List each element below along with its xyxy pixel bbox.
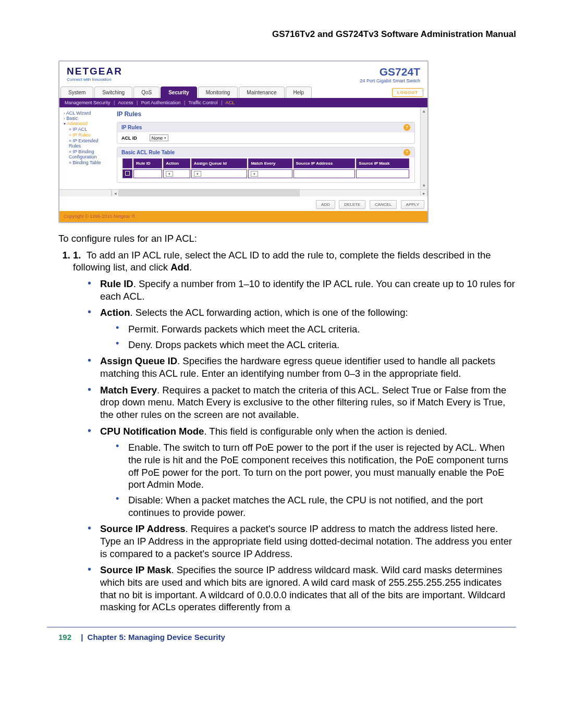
chevron-down-icon: ▾ [194,171,201,177]
box-header: Basic ACL Rule Table ? [117,147,414,157]
scroll-right-icon: ▸ [420,191,427,196]
page-title: IP Rules [117,110,415,118]
footer-rule [47,627,516,627]
copyright-text: Copyright © 1996-2010 Netgear ® [59,211,427,222]
col-action: Action [163,158,190,168]
chevron-down-icon: ▾ [164,136,166,140]
document-page: GS716Tv2 and GS724Tv3 Software Administr… [0,0,563,728]
chevron-down-icon: ▾ [251,171,258,177]
app-header: NETGEAR Connect with Innovation GS724T 2… [59,61,427,84]
nav-subitem-active[interactable]: » IP Rules [64,132,111,138]
select-value: None [152,135,163,141]
subnav-item[interactable]: Access [118,100,133,105]
tab-system[interactable]: System [60,87,93,98]
input-action[interactable]: ▾ [163,169,190,178]
box-body: ACL ID None ▾ [117,132,414,143]
box-header: IP Rules ? [117,122,414,132]
nav-item-advanced[interactable]: ▾ Advanced [64,121,111,126]
checkbox-cell[interactable] [123,169,132,178]
table-header-row: Rule ID Action Assign Queue Id Match Eve… [123,158,409,168]
tab-monitoring[interactable]: Monitoring [198,87,238,98]
nav-subitem[interactable]: » IP ACL [64,127,111,132]
subnav-item-active[interactable]: ACL [225,100,235,105]
step-1: 1. To add an IP ACL rule, select the ACL… [73,249,516,613]
cancel-button[interactable]: CANCEL [370,200,397,209]
tab-help[interactable]: Help [286,87,312,98]
scroll-down-icon: ▾ [421,183,427,188]
main-tabs: System Switching QoS Security Monitoring… [59,84,427,98]
product-sub: 24 Port Gigabit Smart Switch [360,78,420,83]
product-name: GS724T [360,66,420,78]
input-src-ip[interactable] [293,169,356,178]
chevron-down-icon: ▾ [166,171,173,177]
chevron-right-icon: › [64,111,65,116]
list-item: Deny. Drops packets which meet the ACL c… [114,339,516,351]
page-footer: 192 | Chapter 5: Managing Device Securit… [58,633,516,641]
input-src-mask[interactable] [356,169,409,178]
page-number: 192 [58,633,71,641]
subnav-item[interactable]: Traffic Control [189,100,218,105]
separator-icon: | [137,100,138,105]
acl-id-label: ACL ID [121,135,137,141]
chevron-down-icon: ▾ [64,121,66,126]
sub-nav: Management Security | Access | Port Auth… [59,98,427,107]
brand-block: NETGEAR Connect with Innovation [67,66,123,82]
acl-id-select[interactable]: None ▾ [150,134,169,141]
nav-item[interactable]: › Basic [64,116,111,121]
steps-list: 1. To add an IP ACL rule, select the ACL… [73,249,516,613]
list-item: Disable: When a packet matches the ACL r… [114,494,516,519]
chevron-right-icon: › [64,116,65,121]
vertical-scrollbar[interactable]: ▴ ▾ [420,107,427,189]
col-source-mask: Source IP Mask [356,158,409,168]
ip-rules-box: IP Rules ? ACL ID None ▾ [117,122,415,144]
list-item: Source IP Address. Requires a packet's s… [85,523,516,560]
main-pane: IP Rules IP Rules ? ACL ID None ▾ [112,107,420,189]
input-match[interactable]: ▾ [248,169,292,178]
tab-switching[interactable]: Switching [94,87,132,98]
input-rule-id[interactable] [133,169,162,178]
field-list: Rule ID. Specify a number from 1–10 to i… [85,278,516,613]
screenshot-container: NETGEAR Connect with Innovation GS724T 2… [58,60,429,223]
tab-security[interactable]: Security [161,87,197,98]
subnav-item[interactable]: Management Security [65,100,111,105]
scroll-left-icon: ◂ [112,191,119,196]
separator-icon: | [81,633,83,641]
list-item: Source IP Mask. Specifies the source IP … [85,564,516,613]
tab-qos[interactable]: QoS [133,87,160,98]
sub-list: Enable. The switch to turn off PoE power… [114,441,516,519]
nav-item[interactable]: › ACL Wizard [64,110,111,116]
list-item: Match Every. Requires a packet to match … [85,384,516,421]
tab-maintenance[interactable]: Maintenance [239,87,284,98]
list-item: Action. Selects the ACL forwarding actio… [85,306,516,351]
input-queue[interactable]: ▾ [191,169,248,178]
separator-icon: | [184,100,185,105]
scroll-thumb[interactable] [119,190,300,196]
subnav-item[interactable]: Port Authentication [141,100,181,105]
list-item: Assign Queue ID. Specifies the hardware … [85,355,516,379]
help-icon[interactable]: ? [403,124,410,131]
nav-subitem[interactable]: » Binding Table [64,160,111,165]
nav-subitem[interactable]: » IP Extended Rules [64,138,111,149]
table-input-row: ▾ ▾ ▾ [123,169,409,178]
delete-button[interactable]: DELETE [339,200,365,209]
col-queue-id: Assign Queue Id [191,158,248,168]
logout-button[interactable]: LOGOUT [392,88,423,97]
sub-list: Permit. Forwards packets which meet the … [114,323,516,351]
add-button[interactable]: ADD [316,200,335,209]
apply-button[interactable]: APPLY [401,200,424,209]
scroll-up-icon: ▴ [421,108,427,114]
box-title: IP Rules [121,125,142,130]
netgear-logo: NETGEAR [67,66,123,77]
horizontal-scrollbar[interactable]: ◂ ▸ [59,189,427,196]
col-rule-id: Rule ID [133,158,162,168]
scroll-track [119,190,420,196]
acl-rule-table: Rule ID Action Assign Queue Id Match Eve… [121,157,410,179]
list-item: Rule ID. Specify a number from 1–10 to i… [85,278,516,302]
table-wrap: Rule ID Action Assign Queue Id Match Eve… [117,157,414,182]
nav-subitem[interactable]: » IP Binding Configuration [64,149,111,159]
action-buttons: ADD DELETE CANCEL APPLY [59,196,427,211]
help-icon[interactable]: ? [403,149,410,156]
spacer [59,190,112,196]
rule-table-box: Basic ACL Rule Table ? Rule ID Action As… [117,147,415,183]
intro-text: To configure rules for an IP ACL: [58,232,516,245]
